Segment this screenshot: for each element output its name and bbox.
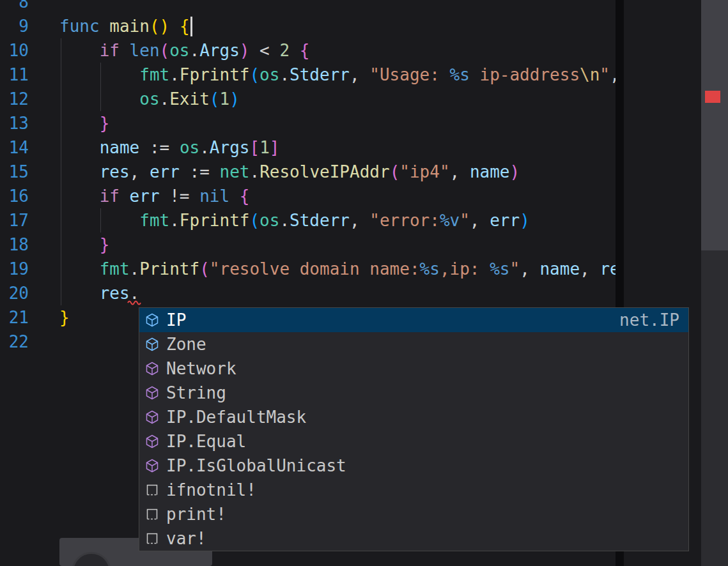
suggestion-item[interactable]: print! <box>139 502 688 526</box>
line-number[interactable]: 12 <box>0 87 29 111</box>
suggestion-item[interactable]: ifnotnil! <box>139 478 688 502</box>
symbol-method-icon <box>144 458 160 473</box>
suggestion-label: ifnotnil! <box>166 478 256 502</box>
line-number[interactable]: 22 <box>0 330 29 354</box>
indent-guide <box>100 208 101 233</box>
code-text[interactable]: fmt.Fprintf(os.Stderr, "Usage: %s ip-add… <box>59 63 620 87</box>
suggestion-label: String <box>166 381 226 405</box>
symbol-field-icon <box>144 337 160 352</box>
suggestion-label: Zone <box>166 332 206 356</box>
code-text[interactable]: func main() { <box>59 14 190 38</box>
line-number[interactable]: 9 <box>0 14 29 38</box>
suggestion-item[interactable]: IP.Equal <box>139 429 688 454</box>
suggestion-detail: net.IP <box>619 308 679 332</box>
symbol-method-icon <box>144 434 160 449</box>
symbol-method-icon <box>144 409 160 425</box>
symbol-method-icon <box>144 361 160 376</box>
suggest-widget: IPnet.IPZoneNetworkStringIP.DefaultMaskI… <box>139 307 689 551</box>
suggestion-item[interactable]: IP.DefaultMask <box>139 405 688 429</box>
suggestion-label: IP.Equal <box>166 429 246 454</box>
suggestion-item[interactable]: var! <box>139 526 688 551</box>
line-number[interactable]: 10 <box>0 38 29 63</box>
error-squiggle-icon <box>127 299 141 305</box>
suggestion-item[interactable]: IPnet.IP <box>139 308 688 332</box>
line-number[interactable]: 18 <box>0 233 29 257</box>
line-number[interactable]: 11 <box>0 63 29 87</box>
code-editor: 89func main() {10 if len(os.Args) < 2 {1… <box>0 0 728 566</box>
code-text[interactable]: name := os.Args[1] <box>59 135 279 160</box>
suggestion-item[interactable]: String <box>139 381 688 405</box>
indent-guide <box>100 63 101 111</box>
line-number[interactable]: 15 <box>0 160 29 184</box>
line-number[interactable]: 16 <box>0 184 29 208</box>
suggestion-item[interactable]: Network <box>139 356 688 381</box>
suggestion-label: IP.IsGlobalUnicast <box>166 454 346 478</box>
vertical-scrollbar-thumb[interactable] <box>701 0 728 250</box>
suggestion-label: Network <box>166 356 236 381</box>
line-number[interactable]: 20 <box>0 281 29 305</box>
suggestion-item[interactable]: IP.IsGlobalUnicast <box>139 454 688 478</box>
line-number[interactable]: 21 <box>0 305 29 330</box>
symbol-snippet-icon <box>144 482 160 498</box>
code-text[interactable]: } <box>59 111 109 135</box>
code-text[interactable]: res, err := net.ResolveIPAddr("ip4", nam… <box>59 160 520 184</box>
line-number[interactable]: 19 <box>0 257 29 281</box>
suggestion-item[interactable]: Zone <box>139 332 688 356</box>
code-text[interactable]: if err != nil { <box>59 184 249 208</box>
code-text[interactable]: fmt.Fprintf(os.Stderr, "error:%v", err) <box>59 208 530 233</box>
line-number[interactable]: 17 <box>0 208 29 233</box>
code-text[interactable]: if len(os.Args) < 2 { <box>59 38 309 63</box>
symbol-snippet-icon <box>144 531 160 546</box>
symbol-method-icon <box>144 385 160 401</box>
suggestion-label: IP <box>166 308 186 332</box>
suggestion-label: print! <box>166 502 226 526</box>
code-text[interactable]: } <box>59 233 109 257</box>
line-number[interactable]: 8 <box>0 0 29 14</box>
symbol-snippet-icon <box>144 507 160 522</box>
code-text[interactable]: } <box>59 305 70 330</box>
indent-guide <box>61 38 61 305</box>
line-number[interactable]: 14 <box>0 135 29 160</box>
line-number[interactable]: 13 <box>0 111 29 135</box>
code-text[interactable]: fmt.Printf("resolve domain name:%s,ip: %… <box>59 257 630 281</box>
symbol-field-icon <box>144 312 160 328</box>
code-text[interactable]: os.Exit(1) <box>59 87 240 111</box>
text-cursor <box>190 17 192 36</box>
overview-error-marker <box>705 91 720 103</box>
suggestion-label: var! <box>166 526 206 551</box>
suggestion-label: IP.DefaultMask <box>166 405 306 429</box>
